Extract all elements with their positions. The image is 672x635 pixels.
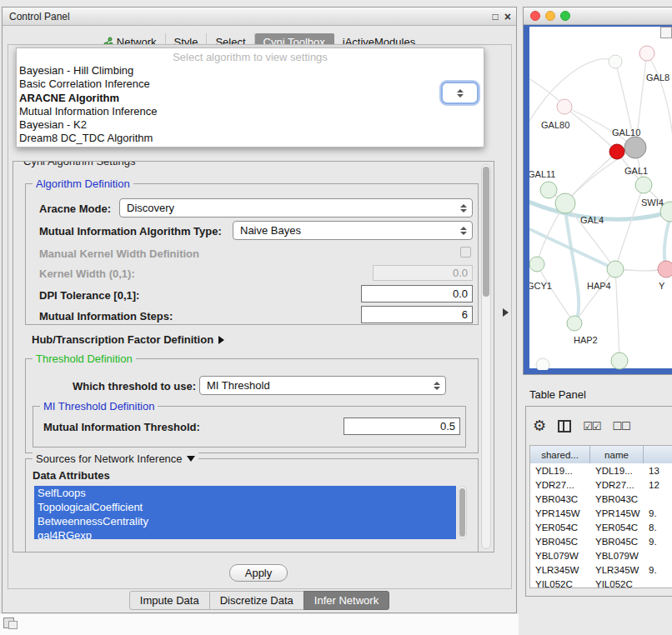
attribute-item-selected[interactable]: gal4RGexp — [34, 528, 456, 539]
sources-group: Sources for Network Inference Data Attri… — [25, 458, 479, 552]
cell: YLR345W — [590, 562, 644, 577]
node-label: HAP4 — [587, 281, 611, 291]
cell: YER054C — [530, 520, 590, 534]
combo-arrows-icon — [434, 382, 440, 390]
manual-kernel-checkbox[interactable] — [460, 247, 471, 258]
kernel-width-label: Kernel Width (0,1): — [39, 268, 135, 280]
dropdown-option[interactable]: Bayesian - Hill Climbing — [17, 64, 484, 78]
settings-scrollbar[interactable] — [481, 164, 491, 549]
dropdown-option-selected[interactable]: ARACNE Algorithm — [17, 92, 484, 105]
node-label: GAL4 — [580, 215, 604, 225]
bottom-tabbar: Impute Data Discretize Data Infer Networ… — [3, 591, 516, 610]
chevron-right-icon — [218, 336, 224, 344]
cell: YIL052C — [590, 577, 644, 588]
table-row[interactable]: YIL052C YIL052C — [530, 577, 672, 588]
cell: 8. — [644, 520, 672, 534]
bottom-strip — [0, 614, 519, 635]
table-row[interactable]: YDR27... YDR27... 12 — [530, 478, 672, 492]
tab-infer-network[interactable]: Infer Network — [303, 591, 389, 610]
network-view-window: GAL80 GAL10 GAL11 GAL1 SWI4 GAL4 GCY1 HA… — [523, 7, 672, 375]
minimize-button[interactable] — [545, 11, 555, 21]
dropdown-option[interactable]: Mutual Information Inference — [17, 105, 484, 118]
cell: YIL052C — [530, 577, 590, 588]
table-row[interactable]: YER054C YER054C 8. — [530, 520, 672, 534]
close-button[interactable] — [530, 11, 540, 21]
cell: YLR345W — [530, 562, 590, 577]
network-node-gal10[interactable] — [624, 137, 646, 158]
network-node[interactable] — [609, 55, 622, 68]
sources-title-label: Sources for Network Inference — [36, 452, 183, 465]
cell: YER054C — [590, 520, 644, 534]
dpi-tolerance-field[interactable] — [361, 285, 473, 302]
algorithm-combo-button[interactable] — [441, 82, 479, 104]
manual-kernel-label: Manual Kernel Width Definition — [39, 248, 199, 260]
mi-steps-field[interactable] — [361, 306, 473, 323]
zoom-button[interactable] — [560, 11, 570, 21]
tab-discretize-data[interactable]: Discretize Data — [209, 591, 304, 610]
sources-group-title[interactable]: Sources for Network Inference — [33, 452, 198, 465]
network-node-gal1[interactable] — [635, 177, 652, 193]
network-node[interactable] — [536, 358, 549, 370]
mi-type-label: Mutual Information Algorithm Type: — [39, 225, 222, 238]
dropdown-placeholder: Select algorithm to view settings — [17, 48, 484, 64]
algorithm-definition-title: Algorithm Definition — [33, 178, 133, 190]
deselect-all-rows-icon[interactable]: ☐☐ — [612, 420, 629, 432]
network-node-gal80[interactable] — [557, 99, 572, 114]
splitter-collapse-icon[interactable] — [503, 308, 509, 317]
combo-arrows-icon — [460, 204, 467, 212]
gear-icon[interactable]: ⚙ — [533, 418, 546, 433]
which-threshold-combo[interactable]: MI Threshold — [199, 376, 446, 395]
minimized-panel-icon[interactable] — [8, 621, 18, 629]
cell: YPR145W — [530, 506, 590, 520]
tab-impute-data[interactable]: Impute Data — [129, 591, 210, 610]
control-panel-titlebar[interactable]: Control Panel □ × — [3, 8, 516, 26]
column-header[interactable] — [644, 446, 672, 463]
attribute-item-selected[interactable]: SelfLoops — [34, 486, 456, 500]
algorithm-definition-group: Algorithm Definition Aracne Mode: Discov… — [25, 183, 479, 325]
dropdown-option[interactable]: Bayesian - K2 — [17, 118, 484, 132]
column-header-shared-name[interactable]: shared... — [530, 446, 590, 463]
dropdown-option[interactable]: Dream8 DC_TDC Algorithm — [17, 132, 484, 145]
table-row[interactable]: YLR345W YLR345W 9. — [530, 562, 672, 577]
table-row[interactable]: YBL079W YBL079W — [530, 548, 672, 562]
cell: YDR27... — [530, 478, 590, 492]
attribute-list-scrollbar[interactable] — [458, 486, 467, 539]
close-icon[interactable]: × — [504, 11, 511, 22]
network-node-hap4[interactable] — [607, 261, 624, 278]
columns-icon[interactable] — [558, 420, 571, 432]
network-node-gcy1[interactable] — [529, 257, 544, 272]
mi-threshold-field[interactable] — [344, 418, 460, 435]
table-row[interactable]: YDL19... YDL19... 13 — [530, 463, 672, 478]
dropdown-option[interactable]: Basic Correlation Inference — [17, 78, 484, 91]
network-node-gal4[interactable] — [555, 193, 575, 213]
float-window-icon[interactable]: □ — [493, 12, 499, 22]
column-header-name[interactable]: name — [590, 446, 644, 463]
network-node-hap2[interactable] — [567, 316, 582, 331]
table-row[interactable]: YPR145W YPR145W 9. — [530, 506, 672, 520]
table-row[interactable]: YBR043C YBR043C — [530, 492, 672, 506]
network-canvas[interactable]: GAL80 GAL10 GAL11 GAL1 SWI4 GAL4 GCY1 HA… — [524, 25, 672, 374]
network-node-gal11[interactable] — [540, 182, 557, 198]
dpi-tolerance-label: DPI Tolerance [0,1]: — [39, 289, 139, 302]
birdseye-toggle[interactable] — [660, 27, 672, 38]
cell: YPR145W — [590, 506, 644, 520]
attribute-item-selected[interactable]: BetweennessCentrality — [34, 514, 456, 528]
network-node[interactable] — [611, 352, 628, 369]
mi-type-combo[interactable]: Naive Bayes — [233, 221, 473, 240]
node-table: shared... name YDL19... YDL19... 13 YDR2… — [529, 445, 672, 588]
hub-definition-toggle[interactable]: Hub/Transcription Factor Definition — [32, 333, 224, 346]
aracne-mode-combo[interactable]: Discovery — [119, 198, 473, 218]
apply-button[interactable]: Apply — [229, 564, 288, 582]
select-all-rows-icon[interactable]: ☑☑ — [583, 420, 600, 432]
table-row[interactable]: YBR045C YBR045C 9. — [530, 534, 672, 548]
node-label: GCY1 — [529, 281, 552, 291]
network-node-y[interactable] — [658, 261, 672, 278]
network-window-titlebar[interactable] — [524, 8, 672, 25]
chevron-down-icon — [187, 456, 195, 462]
attribute-item-selected[interactable]: TopologicalCoefficient — [34, 500, 456, 514]
aracne-mode-value: Discovery — [127, 202, 174, 214]
network-node-red[interactable] — [609, 144, 624, 159]
network-node-gal8[interactable] — [639, 46, 654, 61]
network-edge — [615, 185, 644, 269]
cell — [644, 548, 672, 562]
